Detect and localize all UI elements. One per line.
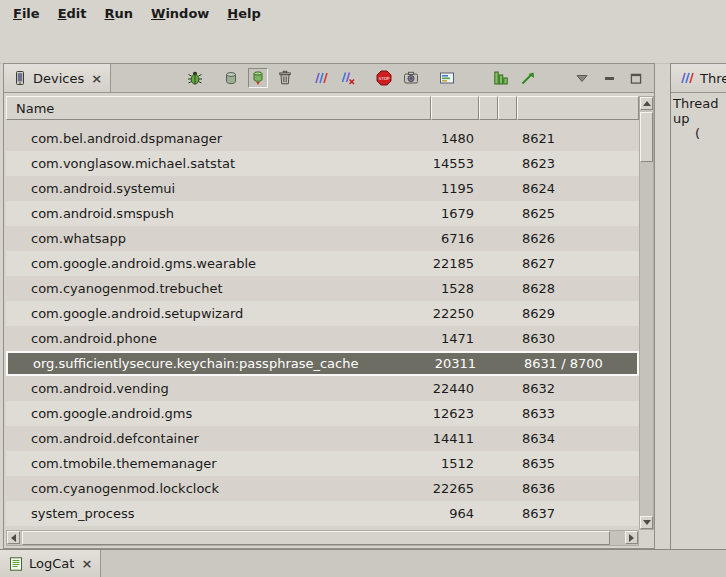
status-cell (498, 126, 517, 151)
table-row[interactable]: com.android.smspush 1679 8625 (6, 201, 639, 226)
process-name: com.google.android.gms (6, 401, 431, 426)
toolbar-strip (0, 27, 726, 64)
table-row[interactable]: com.android.systemui 1195 8624 (6, 176, 639, 201)
column-header-name[interactable]: Name (6, 96, 431, 120)
tab-logcat[interactable]: LogCat × (0, 550, 101, 577)
update-threads-icon[interactable] (311, 68, 331, 88)
table-row[interactable]: com.bel.android.dspmanager 1480 8621 (6, 126, 639, 151)
process-pid: 22440 (431, 376, 479, 401)
heap-bars-icon[interactable] (491, 68, 511, 88)
process-port: 8636 (517, 476, 639, 501)
status-cell (479, 201, 498, 226)
column-header-status2[interactable] (498, 96, 517, 120)
process-port: 8625 (517, 201, 639, 226)
debug-bug-icon[interactable] (185, 68, 205, 88)
table-row[interactable]: com.android.vending 22440 8632 (6, 376, 639, 401)
table-row[interactable]: com.google.android.setupwizard 22250 862… (6, 301, 639, 326)
threads-message: Thread up ( (673, 96, 726, 141)
horizontal-scrollbar-thumb[interactable] (22, 531, 610, 545)
table-row[interactable]: com.android.phone 1471 8630 (6, 326, 639, 351)
devices-view: Devices × (3, 63, 655, 549)
status-cell (498, 426, 517, 451)
table-row[interactable]: com.android.defcontainer 14411 8634 (6, 426, 639, 451)
status-cell (498, 326, 517, 351)
tab-threads[interactable]: Threa (671, 64, 726, 92)
process-name: com.android.smspush (6, 201, 431, 226)
minimize-icon[interactable] (599, 68, 619, 88)
menu-item[interactable]: File (4, 3, 49, 24)
process-port: 8627 (517, 251, 639, 276)
vertical-scrollbar[interactable] (639, 96, 654, 530)
process-port: 8624 (517, 176, 639, 201)
status-cell (479, 326, 498, 351)
status-cell (498, 376, 517, 401)
right-arrow-icon (629, 534, 634, 542)
process-name: system_process (6, 501, 431, 526)
stop-method-profiling-icon[interactable] (338, 68, 358, 88)
menu-item[interactable]: Run (96, 3, 143, 24)
threads-message-line1: Thread up (673, 96, 726, 126)
process-pid: 6716 (431, 226, 479, 251)
process-name: com.android.systemui (6, 176, 431, 201)
process-port: 8629 (517, 301, 639, 326)
method-profiling-arrow-icon[interactable] (518, 68, 538, 88)
horizontal-scrollbar[interactable] (6, 530, 639, 546)
scroll-left-button[interactable] (7, 531, 20, 544)
status-cell (498, 176, 517, 201)
process-pid: 22185 (431, 251, 479, 276)
column-header-status1[interactable] (479, 96, 498, 120)
scroll-up-button[interactable] (640, 97, 653, 110)
column-header-port[interactable] (517, 96, 639, 120)
status-cell (479, 376, 498, 401)
menu-item[interactable]: Edit (49, 3, 96, 24)
view-menu-icon[interactable] (572, 68, 592, 88)
status-cell (479, 151, 498, 176)
table-row[interactable]: com.cyanogenmod.lockclock 22265 8636 (6, 476, 639, 501)
maximize-icon[interactable] (626, 68, 646, 88)
status-cell (479, 451, 498, 476)
screen-capture-icon[interactable] (401, 68, 421, 88)
stop-process-icon[interactable]: STOP (374, 68, 394, 88)
process-name: com.android.vending (6, 376, 431, 401)
process-port: 8628 (517, 276, 639, 301)
process-name: com.cyanogenmod.trebuchet (6, 276, 431, 301)
process-port: 8632 (517, 376, 639, 401)
device-icon (12, 70, 28, 86)
scroll-right-button[interactable] (625, 531, 638, 544)
cause-gc-icon[interactable] (275, 68, 295, 88)
table-row[interactable]: com.whatsapp 6716 8626 (6, 226, 639, 251)
status-cell (479, 476, 498, 501)
close-icon[interactable]: × (81, 556, 92, 571)
process-port: 8633 (517, 401, 639, 426)
trace-icon[interactable] (437, 68, 457, 88)
menu-item[interactable]: Help (218, 3, 269, 24)
table-row[interactable]: com.tmobile.thememanager 1512 8635 (6, 451, 639, 476)
vertical-scrollbar-thumb[interactable] (640, 112, 653, 162)
status-cell (498, 476, 517, 501)
status-cell (498, 226, 517, 251)
process-name: com.cyanogenmod.lockclock (6, 476, 431, 501)
table-header: Name (6, 96, 639, 120)
column-header-pid[interactable] (431, 96, 479, 120)
update-heap-icon[interactable] (221, 68, 241, 88)
table-row[interactable]: com.google.android.gms.wearable 22185 86… (6, 251, 639, 276)
table-row[interactable]: com.vonglasow.michael.satstat 14553 8623 (6, 151, 639, 176)
devices-tabbar: Devices × (4, 64, 654, 93)
table-row[interactable]: com.cyanogenmod.trebuchet 1528 8628 (6, 276, 639, 301)
menu-item[interactable]: Window (142, 3, 218, 24)
table-row[interactable]: com.google.android.gms 12623 8633 (6, 401, 639, 426)
close-icon[interactable]: × (91, 71, 102, 86)
stop-label: STOP (378, 76, 390, 81)
table-row[interactable]: system_process 964 8637 (6, 501, 639, 526)
process-port: 8621 (517, 126, 639, 151)
status-cell (479, 301, 498, 326)
scroll-down-button[interactable] (640, 516, 653, 529)
table-row[interactable]: org.sufficientlysecure.keychain:passphra… (6, 351, 639, 376)
process-pid: 1528 (431, 276, 479, 301)
process-pid: 1679 (431, 201, 479, 226)
dump-hprof-icon[interactable] (248, 68, 268, 88)
tab-devices[interactable]: Devices × (4, 64, 111, 92)
devices-toolbar: STOP (178, 68, 654, 88)
status-cell (498, 276, 517, 301)
status-cell (498, 151, 517, 176)
